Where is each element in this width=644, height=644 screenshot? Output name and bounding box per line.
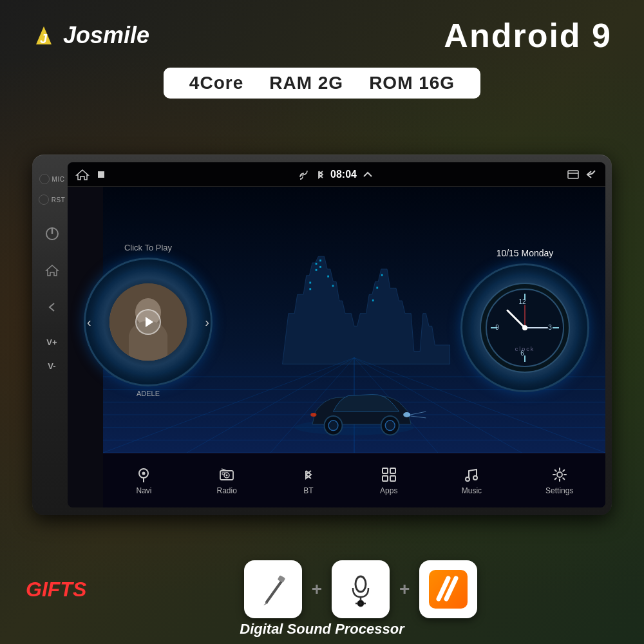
- svg-rect-6: [568, 171, 578, 178]
- bottom-navigation: Navi Radio: [103, 453, 605, 507]
- spec-rom: ROM 16G: [369, 73, 455, 93]
- music-disc-ring: [84, 258, 213, 386]
- time-display: 08:04: [330, 169, 357, 180]
- analog-clock: 12 3 6 9: [483, 286, 567, 370]
- nav-radio[interactable]: Radio: [210, 462, 243, 498]
- svg-point-75: [355, 576, 366, 592]
- side-controls-left: MIC RST: [37, 167, 66, 502]
- nav-apps[interactable]: Apps: [374, 462, 404, 498]
- svg-point-71: [557, 472, 562, 477]
- device-outer: MIC RST: [32, 155, 612, 515]
- svg-line-72: [267, 580, 283, 602]
- play-button[interactable]: [135, 309, 161, 335]
- main-content-overlay: Click To Play: [68, 187, 605, 453]
- svg-text:9: 9: [495, 324, 499, 331]
- svg-point-57: [522, 325, 527, 330]
- power-button[interactable]: [43, 224, 62, 243]
- previous-button[interactable]: ‹: [87, 314, 91, 329]
- svg-point-79: [359, 602, 362, 605]
- mic-label: MIC: [52, 176, 65, 183]
- plus-sign-2: +: [399, 579, 410, 600]
- nav-settings[interactable]: Settings: [539, 462, 580, 498]
- svg-point-70: [473, 476, 477, 480]
- nav-bt[interactable]: BT: [294, 462, 323, 498]
- rst-indicator: [39, 194, 49, 205]
- bluetooth-icon: [316, 169, 325, 180]
- clock-widget: 10/15 Monday: [454, 248, 596, 392]
- cast-icon: [299, 169, 311, 180]
- brand-name: Josmile: [63, 22, 149, 48]
- svg-rect-65: [383, 468, 388, 473]
- device-wrapper: MIC RST: [32, 155, 612, 515]
- music-disc-container: ‹ ›: [84, 258, 213, 386]
- bt-icon: [301, 466, 316, 484]
- status-bar-left: [75, 169, 106, 180]
- status-bar-center: 08:04: [299, 169, 374, 180]
- gift-items: + +: [103, 560, 618, 618]
- clock-face-container: 12 3 6 9: [460, 263, 589, 392]
- settings-icon: [551, 466, 569, 484]
- radio-icon: [218, 466, 236, 484]
- next-button[interactable]: ›: [205, 314, 209, 329]
- music-art: [109, 283, 187, 361]
- apps-icon: [380, 466, 398, 484]
- window-icon: [567, 169, 580, 180]
- screen: 08:04: [68, 162, 605, 507]
- volume-up-button[interactable]: V+: [46, 337, 57, 347]
- stylus-icon: [254, 570, 292, 609]
- back-arrow-icon: [585, 169, 598, 180]
- volume-down-button[interactable]: V-: [48, 361, 55, 371]
- carplay-icon: [429, 570, 468, 609]
- svg-text:J: J: [40, 32, 48, 46]
- status-bar: 08:04: [68, 162, 605, 187]
- svg-rect-5: [300, 178, 301, 180]
- radio-label: Radio: [216, 486, 236, 495]
- nav-navi[interactable]: Navi: [128, 462, 159, 498]
- play-triangle-icon: [146, 317, 153, 327]
- specs-bar: 4Core RAM 2G ROM 16G: [164, 68, 480, 99]
- apps-label: Apps: [380, 486, 397, 495]
- nav-music[interactable]: Music: [455, 462, 488, 498]
- microphone-icon: [341, 570, 380, 609]
- svg-point-59: [142, 472, 146, 475]
- music-widget: Click To Play: [77, 243, 219, 397]
- mic-indicator: [39, 174, 50, 184]
- svg-rect-4: [98, 171, 104, 178]
- chevron-up-icon: [362, 169, 374, 180]
- spec-ram: RAM 2G: [269, 73, 343, 93]
- gift-microphone: [332, 560, 390, 618]
- carplay-logo-icon: [432, 573, 464, 605]
- gifts-label: GIFTS: [26, 578, 90, 601]
- top-section: J Josmile Android 9 4Core RAM 2G ROM 16G: [0, 0, 644, 148]
- square-status-icon: [96, 169, 106, 180]
- navi-icon: [135, 466, 153, 484]
- back-button[interactable]: [43, 298, 62, 317]
- plus-sign-1: +: [312, 579, 322, 600]
- svg-point-62: [226, 475, 228, 477]
- settings-label: Settings: [545, 486, 573, 495]
- svg-text:12: 12: [518, 298, 526, 305]
- status-bar-right: [567, 169, 598, 180]
- spec-core: 4Core: [189, 73, 243, 93]
- svg-rect-67: [383, 476, 388, 481]
- gift-carplay: [419, 560, 477, 618]
- click-to-play-label: Click To Play: [77, 243, 219, 252]
- svg-rect-68: [390, 476, 395, 481]
- dsp-label: Digital Sound Processor: [0, 621, 644, 638]
- page-wrapper: J Josmile Android 9 4Core RAM 2G ROM 16G…: [0, 0, 644, 644]
- rst-label: RST: [52, 196, 66, 204]
- clock-label: clock: [515, 346, 535, 352]
- header-row: J Josmile Android 9: [19, 10, 625, 61]
- home-button[interactable]: [43, 261, 62, 280]
- svg-point-69: [466, 477, 469, 481]
- artist-name: ADELE: [77, 390, 219, 397]
- svg-rect-66: [390, 468, 395, 473]
- brand-logo: J Josmile: [32, 22, 149, 49]
- android-version: Android 9: [444, 16, 612, 55]
- clock-inner: 12 3 6 9: [480, 283, 570, 373]
- gift-stylus: [244, 560, 302, 618]
- bt-label: BT: [303, 486, 313, 495]
- svg-text:3: 3: [548, 324, 552, 331]
- svg-rect-74: [277, 575, 285, 583]
- home-status-icon: [75, 169, 90, 180]
